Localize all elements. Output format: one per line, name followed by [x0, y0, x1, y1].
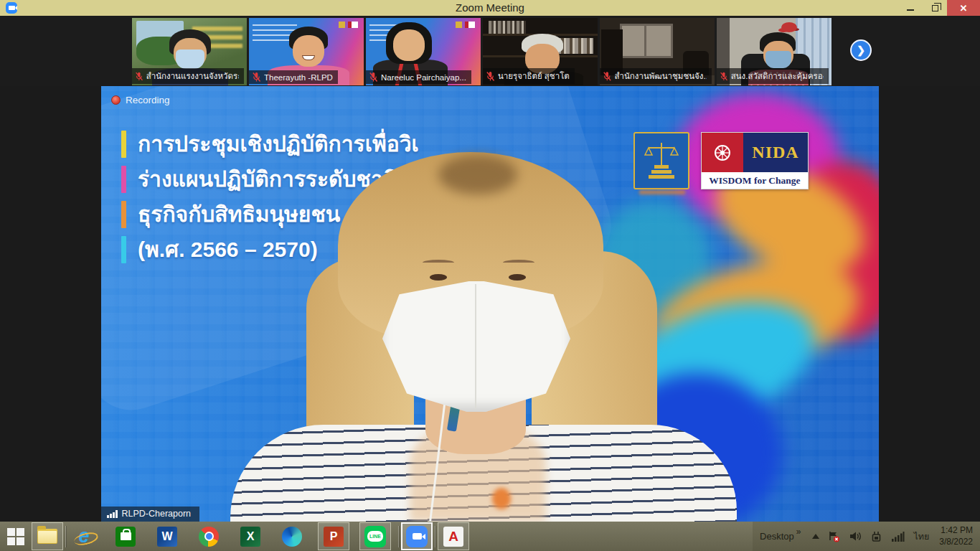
- participant-name: สำนักงานแรงงานจังหวัดระ...: [146, 70, 239, 83]
- show-hidden-icons-button[interactable]: [812, 534, 819, 539]
- minimize-button[interactable]: [898, 0, 923, 16]
- excel-icon: X: [240, 527, 260, 547]
- participant-name-tag: นายรุจาธิตย์ สุชาโต: [483, 68, 575, 84]
- flag-alert-icon: [828, 531, 840, 542]
- triangle-up-icon: [812, 534, 819, 539]
- edge-button[interactable]: [276, 522, 308, 551]
- clock-date: 3/8/2022: [939, 537, 973, 548]
- participant-tile-1[interactable]: สำนักงานแรงงานจังหวัดระ...: [132, 18, 247, 85]
- file-explorer-button[interactable]: [32, 522, 63, 550]
- titlebar: Zoom Meeting ✕: [0, 0, 980, 16]
- line-icon: LINE: [364, 526, 386, 547]
- muted-mic-icon: [603, 71, 612, 82]
- taskbar-apps: e W X P LINE: [0, 522, 469, 551]
- signal-bars-icon: [891, 531, 905, 542]
- participant-tile-2[interactable]: Theerayuth -RLPD: [249, 18, 364, 85]
- participant-name: สนง.สวัสดิการและคุ้มครอง...: [731, 70, 824, 83]
- participant-tile-4[interactable]: นายรุจาธิตย์ สุชาโต: [483, 18, 598, 85]
- acrobat-button[interactable]: A: [438, 522, 469, 550]
- acrobat-icon: A: [443, 527, 463, 547]
- desktop-toolbar-button[interactable]: Desktop »: [753, 522, 808, 551]
- taskbar-separator: [435, 526, 435, 547]
- participant-name-tag: สนง.สวัสดิการและคุ้มครอง...: [717, 68, 829, 84]
- next-page-button[interactable]: ❯: [850, 39, 872, 61]
- participant-name: Theerayuth -RLPD: [264, 73, 333, 82]
- connection-signal-icon: [107, 510, 118, 518]
- language-indicator[interactable]: ไทย: [913, 529, 929, 544]
- windows-logo-icon: [7, 528, 24, 545]
- record-dot-icon: [111, 95, 121, 105]
- folder-icon: [37, 529, 57, 544]
- clock-time: 1:42 PM: [939, 525, 973, 537]
- internet-explorer-button[interactable]: e: [68, 522, 100, 551]
- participant-tile-5[interactable]: สำนักงานพัฒนาชุมชนจัง...: [600, 18, 715, 85]
- speaker-person: [101, 86, 879, 522]
- restore-button[interactable]: [923, 0, 947, 16]
- speaker-name: RLPD-Cheraporn: [122, 509, 192, 519]
- participant-tile-3[interactable]: Nareeluc Pairchaiyap...: [366, 18, 481, 85]
- participant-name-tag: Theerayuth -RLPD: [249, 70, 338, 84]
- microsoft-store-button[interactable]: [110, 522, 141, 551]
- participant-name: นายรุจาธิตย์ สุชาโต: [498, 70, 570, 83]
- speaker-name-tag: RLPD-Cheraporn: [101, 507, 199, 522]
- muted-mic-icon: [252, 72, 261, 83]
- face-mask: [382, 281, 570, 412]
- participant-name: สำนักงานพัฒนาชุมชนจัง...: [615, 70, 707, 83]
- chrome-icon: [199, 527, 219, 547]
- store-icon: [116, 527, 136, 547]
- participant-tile-6[interactable]: สนง.สวัสดิการและคุ้มครอง...: [717, 18, 831, 85]
- windows-taskbar: e W X P LINE: [0, 522, 980, 551]
- word-icon: W: [157, 527, 177, 547]
- chrome-button[interactable]: [193, 522, 225, 551]
- speaker-eye: [430, 274, 447, 281]
- muted-mic-icon: [135, 71, 143, 82]
- participant-name-tag: สำนักงานแรงงานจังหวัดระ...: [132, 68, 244, 84]
- chevron-double-icon: »: [796, 527, 801, 537]
- zoom-meeting-window: Zoom Meeting ✕ สำนักงานแรงงานจังหวัดระ..…: [0, 0, 980, 551]
- powerpoint-button[interactable]: P: [318, 522, 349, 550]
- stage: Recording การประชุมเชิงปฏิบัติการเพื่อวิ…: [0, 86, 980, 522]
- start-button[interactable]: [0, 522, 32, 551]
- muted-mic-icon: [486, 71, 495, 82]
- power-status-button[interactable]: [870, 531, 882, 542]
- excel-button[interactable]: X: [235, 522, 266, 551]
- word-button[interactable]: W: [151, 522, 183, 551]
- edge-icon: [282, 527, 302, 547]
- muted-mic-icon: [369, 72, 378, 83]
- zoom-app-button[interactable]: [401, 522, 433, 550]
- battery-plug-icon: [870, 531, 882, 542]
- taskbar-tray: Desktop »: [753, 522, 980, 551]
- participant-name-tag: สำนักงานพัฒนาชุมชนจัง...: [600, 68, 712, 84]
- participant-name-tag: Nareeluc Pairchaiyap...: [366, 70, 471, 84]
- chevron-right-icon: ❯: [857, 44, 865, 56]
- participant-name: Nareeluc Pairchaiyap...: [381, 73, 466, 82]
- internet-explorer-icon: e: [78, 527, 89, 546]
- powerpoint-icon: P: [324, 527, 344, 547]
- taskbar-clock[interactable]: 1:42 PM 3/8/2022: [939, 525, 976, 547]
- window-controls: ✕: [898, 0, 980, 16]
- line-app-button[interactable]: LINE: [359, 522, 391, 550]
- active-speaker-video: Recording การประชุมเชิงปฏิบัติการเพื่อวิ…: [101, 86, 879, 522]
- network-button[interactable]: [891, 531, 905, 542]
- taskbar-separator: [398, 526, 399, 547]
- recording-indicator[interactable]: Recording: [111, 95, 170, 105]
- volume-button[interactable]: [849, 531, 862, 542]
- restore-icon: [932, 5, 938, 11]
- recording-label: Recording: [126, 95, 170, 105]
- participant-filmstrip: สำนักงานแรงงานจังหวัดระ... Theerayuth -R…: [0, 16, 980, 86]
- action-center-flag[interactable]: [828, 531, 840, 542]
- speaker-eye: [509, 274, 526, 281]
- desktop-label: Desktop: [760, 531, 794, 542]
- window-title: Zoom Meeting: [0, 0, 980, 16]
- speaker-icon: [849, 531, 862, 542]
- zoom-camera-icon: [406, 526, 428, 547]
- muted-mic-icon: [720, 71, 728, 82]
- taskbar-separator: [65, 526, 66, 547]
- close-button[interactable]: ✕: [947, 0, 980, 16]
- minimize-icon: [907, 9, 914, 11]
